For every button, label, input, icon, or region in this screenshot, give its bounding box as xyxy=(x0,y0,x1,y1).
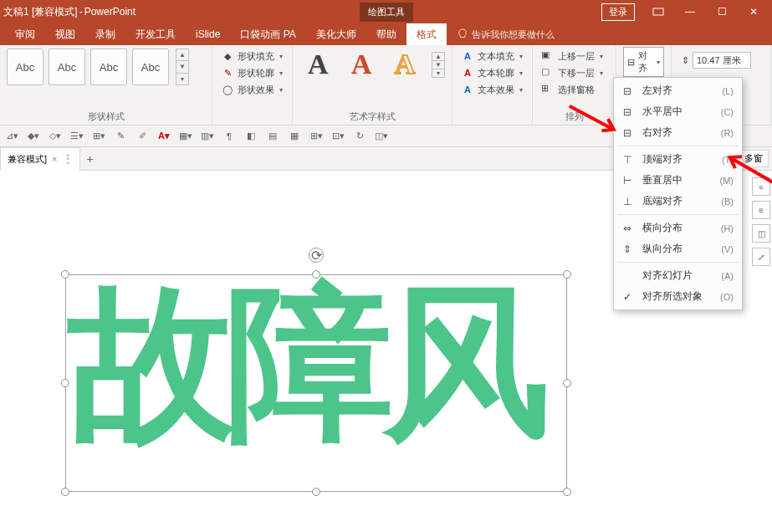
tab-review[interactable]: 审阅 xyxy=(5,23,45,45)
align-menu-item[interactable]: ⊟水平居中(C) xyxy=(614,101,742,122)
tab-islide[interactable]: iSlide xyxy=(186,23,230,45)
shape-height-input[interactable]: 10.47 厘米 xyxy=(693,52,751,69)
align-menu-item[interactable]: ⊢垂直居中(M) xyxy=(614,170,742,191)
qat-icon[interactable]: ⊞▾ xyxy=(92,130,105,143)
tab-devtools[interactable]: 开发工具 xyxy=(125,23,186,45)
align-menu-item[interactable]: ✓对齐所选对象(O) xyxy=(614,286,742,307)
close-tab-icon[interactable]: × xyxy=(52,154,57,164)
align-item-label: 对齐所选对象 xyxy=(642,289,703,304)
align-item-icon xyxy=(621,269,634,283)
qat-icon[interactable]: ↻ xyxy=(353,130,366,143)
align-item-icon: ⊥ xyxy=(621,195,634,208)
qat-icon[interactable]: ¶ xyxy=(222,130,236,143)
svg-rect-0 xyxy=(653,8,663,15)
wordart-gallery-scroll[interactable]: ▲▼▾ xyxy=(432,52,445,78)
shape-fill-button[interactable]: ◆形状填充▾ xyxy=(219,49,285,64)
wordart-preset-3[interactable]: A xyxy=(386,49,423,80)
qat-icon[interactable]: A▾ xyxy=(157,130,171,143)
shape-style-preset[interactable]: Abc xyxy=(90,49,127,85)
wordart-preset-1[interactable]: A xyxy=(299,49,336,80)
shape-effects-button[interactable]: ◯形状效果▾ xyxy=(219,82,285,97)
tab-record[interactable]: 录制 xyxy=(85,23,125,45)
shape-style-preset[interactable]: Abc xyxy=(132,49,169,85)
bring-forward-button[interactable]: ▣上移一层▾ xyxy=(539,49,609,64)
text-effects-button[interactable]: A文本效果▾ xyxy=(459,82,525,97)
tell-me-search[interactable]: 告诉我你想要做什么 xyxy=(457,28,555,41)
selection-pane-button[interactable]: ⊞选择窗格 xyxy=(539,82,609,97)
qat-icon[interactable]: ◆▾ xyxy=(27,130,40,143)
align-item-icon: ⊢ xyxy=(621,174,634,187)
shape-style-preset[interactable]: Abc xyxy=(7,49,43,85)
align-menu-item[interactable]: ⇕纵向分布(V) xyxy=(614,238,742,259)
style-gallery-scroll[interactable]: ▲▼▾ xyxy=(176,49,189,85)
resize-handle-w[interactable] xyxy=(61,379,69,387)
align-item-key: (H) xyxy=(721,223,734,233)
qat-icon[interactable]: ▥▾ xyxy=(201,130,214,143)
qat-icon[interactable]: ⊞▾ xyxy=(309,130,323,143)
resize-handle-ne[interactable] xyxy=(563,270,571,279)
align-item-icon: ✓ xyxy=(621,290,634,304)
align-dropdown-menu: ⊟左对齐(L)⊟水平居中(C)⊟右对齐(R)⊤顶端对齐(T)⊢垂直居中(M)⊥底… xyxy=(613,77,743,310)
resize-handle-s[interactable] xyxy=(312,488,320,496)
qat-icon[interactable]: ⊡▾ xyxy=(331,130,345,143)
align-menu-item[interactable]: ⊟右对齐(R) xyxy=(614,122,742,143)
document-tab[interactable]: 兼容模式] × ⋮ xyxy=(0,147,80,171)
resize-handle-n[interactable] xyxy=(312,270,320,279)
selection-pane-icon: ⊞ xyxy=(541,83,555,96)
lightbulb-icon xyxy=(457,28,468,40)
tab-menu-icon[interactable]: ⋮ xyxy=(63,153,73,165)
rotation-handle[interactable]: ⟳ xyxy=(309,248,324,263)
send-backward-button[interactable]: ▢下移一层▾ xyxy=(539,65,609,80)
align-item-label: 横向分布 xyxy=(642,221,683,235)
align-menu-item[interactable]: ⊥底端对齐(B) xyxy=(614,191,742,212)
side-tool-2[interactable]: ≡ xyxy=(752,201,770,219)
qat-icon[interactable]: ◫▾ xyxy=(375,130,388,143)
minimize-icon[interactable]: — xyxy=(675,0,705,23)
qat-icon[interactable]: ☰▾ xyxy=(70,130,84,143)
tab-view[interactable]: 视图 xyxy=(45,23,85,45)
qat-icon[interactable]: ▦▾ xyxy=(179,130,192,143)
paint-bucket-icon: ◆ xyxy=(221,49,234,63)
align-item-label: 底端对齐 xyxy=(642,194,683,208)
side-tool-4[interactable]: ⤢ xyxy=(752,248,770,266)
login-button[interactable]: 登录 xyxy=(601,3,635,21)
align-menu-item[interactable]: ⊟左对齐(L) xyxy=(614,80,742,101)
title-bar: 文稿1 [兼容模式] - PowerPoint 绘图工具 登录 — ☐ ✕ xyxy=(0,0,772,23)
ribbon-display-options-icon[interactable] xyxy=(643,0,673,23)
text-outline-button[interactable]: A文本轮廓▾ xyxy=(459,65,525,80)
align-item-label: 纵向分布 xyxy=(642,242,683,256)
resize-handle-sw[interactable] xyxy=(61,488,69,496)
shape-style-preset[interactable]: Abc xyxy=(49,49,85,85)
side-tool-1[interactable]: « xyxy=(752,177,770,196)
align-item-label: 左对齐 xyxy=(642,84,672,98)
align-menu-item[interactable]: 对齐幻灯片(A) xyxy=(614,265,742,286)
align-menu-item[interactable]: ⇔横向分布(H) xyxy=(614,217,742,238)
align-menu-item[interactable]: ⊤顶端对齐(T) xyxy=(614,149,742,170)
qat-icon[interactable]: ◧ xyxy=(244,130,258,143)
resize-handle-e[interactable] xyxy=(563,379,571,387)
restore-icon[interactable]: ☐ xyxy=(707,0,737,23)
qat-icon[interactable]: ✎ xyxy=(114,130,127,143)
tab-beautify[interactable]: 美化大师 xyxy=(306,23,366,45)
text-fill-button[interactable]: A文本填充▾ xyxy=(459,49,525,64)
qat-icon[interactable]: ▤ xyxy=(266,130,279,143)
qat-icon[interactable]: ◇▾ xyxy=(49,130,62,143)
tab-help[interactable]: 帮助 xyxy=(366,23,406,45)
shape-outline-button[interactable]: ✎形状轮廓▾ xyxy=(219,65,285,80)
resize-handle-nw[interactable] xyxy=(61,270,69,279)
qat-icon[interactable]: ▦ xyxy=(288,130,301,143)
side-tool-3[interactable]: ◫ xyxy=(752,224,770,243)
selected-textbox[interactable]: ⟳ 故障风 xyxy=(65,274,567,492)
bring-forward-icon: ▣ xyxy=(541,49,555,63)
qat-icon[interactable]: ✐ xyxy=(135,130,149,143)
align-item-key: (L) xyxy=(723,86,734,96)
wordart-preset-2[interactable]: A xyxy=(343,49,380,80)
align-item-icon: ⇔ xyxy=(621,222,634,235)
tab-format[interactable]: 格式 xyxy=(406,23,447,45)
align-dropdown-button[interactable]: ⊟ 对齐▾ xyxy=(623,47,664,77)
qat-icon[interactable]: ⊿▾ xyxy=(5,130,18,143)
close-icon[interactable]: ✕ xyxy=(739,0,769,23)
tab-pocket-anim[interactable]: 口袋动画 PA xyxy=(230,23,305,45)
resize-handle-se[interactable] xyxy=(563,488,571,496)
new-tab-button[interactable]: + xyxy=(80,152,100,166)
